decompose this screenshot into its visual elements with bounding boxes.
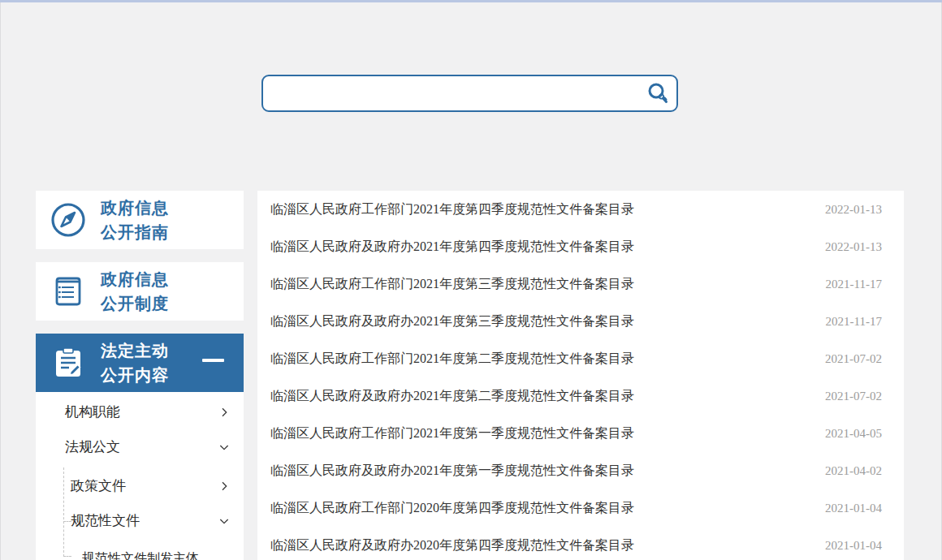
menu-item-label: 规范性文件制发主体 — [82, 550, 199, 560]
document-list: 临淄区人民政府工作部门2021年度第四季度规范性文件备案目录 2022-01-1… — [257, 191, 904, 560]
tree-connector-line — [63, 467, 64, 557]
document-title-link[interactable]: 临淄区人民政府工作部门2021年度第四季度规范性文件备案目录 — [270, 201, 634, 218]
compass-icon — [36, 201, 101, 239]
sidebar-item-statutory-disclosure[interactable]: 法定主动 公开内容 — [36, 334, 244, 392]
document-row[interactable]: 临淄区人民政府工作部门2021年度第三季度规范性文件备案目录 2021-11-1… — [257, 265, 904, 303]
document-date: 2021-07-02 — [825, 352, 882, 366]
document-date: 2021-11-17 — [826, 315, 882, 329]
document-row[interactable]: 临淄区人民政府工作部门2021年度第二季度规范性文件备案目录 2021-07-0… — [257, 340, 904, 377]
menu-item-policy-documents[interactable]: 政策文件 — [36, 468, 244, 503]
sidebar-item-label: 法定主动 公开内容 — [101, 338, 169, 387]
document-row[interactable]: 临淄区人民政府工作部门2021年度第四季度规范性文件备案目录 2022-01-1… — [257, 191, 904, 228]
document-title-link[interactable]: 临淄区人民政府及政府办2020年度第四季度规范性文件备案目录 — [270, 537, 634, 554]
document-date: 2021-07-02 — [825, 390, 882, 403]
menu-item-regulations-documents[interactable]: 法规公文 — [36, 429, 244, 464]
document-date: 2021-04-02 — [825, 464, 882, 478]
sidebar-item-disclosure-system[interactable]: 政府信息 公开制度 — [36, 262, 244, 321]
document-title-link[interactable]: 临淄区人民政府及政府办2021年度第三季度规范性文件备案目录 — [270, 313, 634, 330]
book-icon — [36, 273, 101, 310]
tree-connector-stub — [63, 556, 71, 557]
document-row[interactable]: 临淄区人民政府及政府办2021年度第二季度规范性文件备案目录 2021-07-0… — [257, 377, 904, 415]
document-row[interactable]: 临淄区人民政府及政府办2020年度第四季度规范性文件备案目录 2021-01-0… — [257, 527, 904, 560]
document-date: 2022-01-13 — [825, 240, 882, 254]
menu-item-normative-doc-issuer[interactable]: 规范性文件制发主体 — [36, 541, 244, 560]
document-date: 2021-04-05 — [825, 427, 882, 441]
document-date: 2022-01-13 — [825, 203, 882, 217]
search-input[interactable] — [263, 76, 639, 110]
document-row[interactable]: 临淄区人民政府及政府办2021年度第四季度规范性文件备案目录 2022-01-1… — [257, 228, 904, 265]
chevron-right-icon — [218, 480, 231, 493]
chevron-right-icon — [218, 406, 231, 419]
government-info-disclosure-page: 政府信息 公开指南 政府信息 公开制度 — [0, 0, 942, 560]
sidebar-submenu: 机构职能 法规公文 政策文件 规范性文件 规范性文件制发主体 — [36, 392, 244, 560]
sidebar-item-label: 政府信息 公开指南 — [101, 196, 169, 244]
menu-item-label: 政策文件 — [71, 476, 126, 495]
document-title-link[interactable]: 临淄区人民政府及政府办2021年度第二季度规范性文件备案目录 — [270, 388, 634, 405]
document-title-link[interactable]: 临淄区人民政府工作部门2021年度第三季度规范性文件备案目录 — [270, 276, 634, 293]
collapse-minus-icon[interactable] — [202, 359, 224, 362]
document-row[interactable]: 临淄区人民政府工作部门2021年度第一季度规范性文件备案目录 2021-04-0… — [257, 415, 904, 452]
menu-item-organization-functions[interactable]: 机构职能 — [36, 394, 244, 429]
document-row[interactable]: 临淄区人民政府及政府办2021年度第三季度规范性文件备案目录 2021-11-1… — [257, 303, 904, 340]
document-row[interactable]: 临淄区人民政府及政府办2021年度第一季度规范性文件备案目录 2021-04-0… — [257, 452, 904, 489]
document-title-link[interactable]: 临淄区人民政府及政府办2021年度第一季度规范性文件备案目录 — [270, 463, 634, 480]
chevron-down-icon — [218, 441, 231, 454]
document-title-link[interactable]: 临淄区人民政府工作部门2021年度第一季度规范性文件备案目录 — [270, 425, 634, 442]
menu-item-label: 规范性文件 — [71, 511, 140, 530]
document-title-link[interactable]: 临淄区人民政府及政府办2021年度第四季度规范性文件备案目录 — [270, 239, 634, 256]
chevron-down-icon — [218, 515, 231, 528]
tree-connector-stub — [63, 521, 71, 522]
document-title-link[interactable]: 临淄区人民政府工作部门2020年度第四季度规范性文件备案目录 — [270, 500, 634, 517]
document-date: 2021-11-17 — [826, 278, 882, 291]
menu-item-label: 法规公文 — [65, 437, 120, 456]
clipboard-pencil-icon — [36, 344, 101, 381]
document-row[interactable]: 临淄区人民政府工作部门2020年度第四季度规范性文件备案目录 2021-01-0… — [257, 489, 904, 527]
document-date: 2021-01-04 — [825, 502, 882, 515]
document-date: 2021-01-04 — [825, 539, 882, 553]
search-icon — [646, 81, 670, 106]
search-button[interactable] — [639, 76, 676, 110]
search-box — [261, 75, 678, 112]
menu-item-label: 机构职能 — [65, 403, 120, 421]
sidebar-item-label: 政府信息 公开制度 — [101, 267, 169, 316]
sidebar-item-disclosure-guide[interactable]: 政府信息 公开指南 — [36, 191, 244, 249]
document-title-link[interactable]: 临淄区人民政府工作部门2021年度第二季度规范性文件备案目录 — [270, 351, 634, 368]
